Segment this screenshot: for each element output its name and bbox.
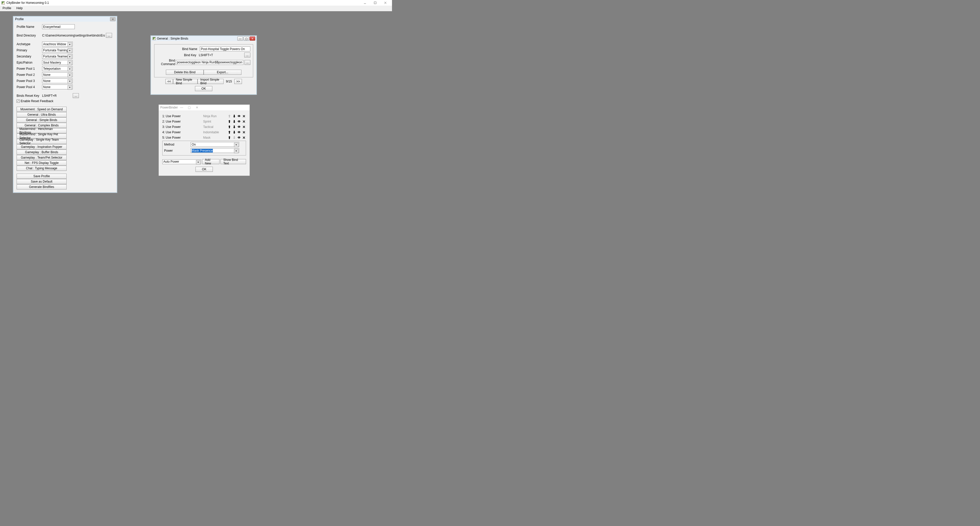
powerbinder-row-4[interactable]: 5: Use PowerMask⬆⬇👁✕ [162,135,246,140]
move-down-icon[interactable]: ⬇ [232,125,236,129]
profile-name-input[interactable] [42,24,75,29]
prev-bind-button[interactable]: << [165,79,173,84]
eye-icon[interactable]: 👁 [237,130,241,134]
profile-action-button-2[interactable]: Generate Bindfiles [17,184,67,190]
window-maximize-button[interactable] [370,0,380,6]
pool4-select[interactable]: None [42,84,73,89]
module-button-6[interactable]: Gameplay : Single Key Team Selector [17,139,67,144]
profile-action-button-0[interactable]: Save Profile [17,174,67,179]
enable-reset-checkbox[interactable]: ✓ Enable Reset Feedback [17,99,114,103]
power-select[interactable]: Mask Presence [191,148,239,153]
powerbinder-row-1[interactable]: 2: Use PowerSprint⬆⬇👁✕ [162,119,246,124]
module-button-10[interactable]: Net : FPS Display Toggle [17,160,67,166]
module-button-1[interactable]: General : Ultra Binds [17,112,67,117]
primary-select[interactable]: Fortunata Training [42,48,73,53]
checkbox-icon: ✓ [17,100,20,103]
profile-window: Profile ✕ Profile Name Bind Directory C:… [13,16,118,193]
pool2-label: Power Pool 2 [17,73,42,77]
bind-command-input[interactable] [176,60,243,65]
simple-binds-maximize-button[interactable]: ▢ [243,37,249,41]
bind-name-input[interactable] [200,46,250,51]
export-bind-button[interactable]: Export... [204,70,242,75]
simple-binds-minimize-button[interactable]: — [237,37,243,41]
pool3-label: Power Pool 3 [17,79,42,83]
module-button-9[interactable]: Gameplay : Team/Pet Selector [17,155,67,160]
profile-title: Profile [15,18,24,21]
move-up-icon: ⬆ [228,114,231,118]
powerbinder-ok-button[interactable]: OK [196,167,213,172]
new-simple-bind-button[interactable]: New Simple Bind [173,79,197,84]
move-up-icon[interactable]: ⬆ [228,135,231,140]
pool1-select[interactable]: Teleportation [42,66,73,71]
reset-key-browse-button[interactable]: ... [73,93,79,98]
simple-binds-close-button[interactable]: ✕ [250,37,255,41]
eye-icon[interactable]: 👁 [237,135,241,140]
powerbinder-titlebar[interactable]: PowerBinder — ▢ ✕ [159,105,250,110]
bind-key-value: LSHIFT+T [199,53,243,57]
powerbinder-row-label: 3: Use Power [162,125,203,129]
powerbinder-maximize-button[interactable]: ▢ [186,106,193,109]
secondary-select[interactable]: Fortunata Teamwork [42,54,73,59]
pool2-select[interactable]: None [42,72,73,77]
powerbinder-row-3[interactable]: 4: Use PowerIndomitable⬆⬇👁✕ [162,129,246,135]
import-simple-bind-button[interactable]: Import Simple Bind [197,79,224,84]
window-close-button[interactable] [380,0,390,6]
profile-name-label: Profile Name [17,25,42,29]
profile-action-button-1[interactable]: Save as Default [17,179,67,184]
delete-icon[interactable]: ✕ [242,125,246,129]
eye-icon[interactable]: 👁 [237,114,241,118]
show-bind-text-button[interactable]: Show Bind Text [221,159,246,164]
move-down-icon[interactable]: ⬇ [232,114,236,118]
move-down-icon[interactable]: ⬇ [232,120,236,124]
bind-command-label: Bind Command [157,59,175,66]
module-button-0[interactable]: Movement : Speed on Demand [17,107,67,112]
powerbinder-row-value: Tactical [203,125,228,129]
archetype-select[interactable]: Arachnos Widow [42,41,73,46]
bind-directory-browse-button[interactable]: ... [106,33,112,38]
app-title: CityBinder for Homecoming 0.1 [6,1,49,5]
bind-directory-value: C:\Games\Homecoming\settings\live\binds\… [42,34,105,37]
menu-profile[interactable]: Profile [0,6,14,11]
eye-icon[interactable]: 👁 [237,125,241,129]
powerbinder-row-value: Mask [203,136,228,139]
module-button-2[interactable]: General : Simple Binds [17,118,67,123]
main-titlebar: CityBinder for Homecoming 0.1 [0,0,392,6]
window-minimize-button[interactable] [360,0,370,6]
pool3-select[interactable]: None [42,78,73,83]
action-type-select[interactable]: Auto Power [162,159,201,164]
module-button-8[interactable]: Gameplay : Buffer Binds [17,150,67,155]
simple-binds-ok-button[interactable]: OK [195,86,212,91]
eye-icon[interactable]: 👁 [237,120,241,124]
epic-select[interactable]: Soul Mastery [42,60,73,65]
powerbinder-row-value: Sprint [203,120,228,123]
powerbinder-row-value: Indomitable [203,131,228,134]
module-button-7[interactable]: Gameplay : Inspiration Popper [17,144,67,149]
delete-icon[interactable]: ✕ [242,135,246,140]
delete-icon[interactable]: ✕ [242,120,246,124]
powerbinder-row-2[interactable]: 3: Use PowerTactical⬆⬇👁✕ [162,124,246,129]
move-up-icon[interactable]: ⬆ [228,130,231,134]
method-select[interactable]: On [191,142,239,147]
bind-key-browse-button[interactable]: ... [244,53,250,57]
move-up-icon[interactable]: ⬆ [228,125,231,129]
powerbinder-close-button[interactable]: ✕ [193,106,201,109]
powerbinder-minimize-button[interactable]: — [178,106,186,109]
add-new-button[interactable]: Add New [202,159,220,164]
pool1-label: Power Pool 1 [17,67,42,70]
delete-icon[interactable]: ✕ [242,130,246,134]
profile-close-button[interactable]: ✕ [110,17,116,21]
move-down-icon[interactable]: ⬇ [232,130,236,134]
delete-bind-button[interactable]: Delete this Bind [166,70,204,75]
epic-label: Epic/Patron [17,61,42,64]
module-button-11[interactable]: Chat : Typing Message [17,166,67,171]
next-bind-button[interactable]: >> [234,79,242,84]
menu-help[interactable]: Help [14,6,25,11]
move-up-icon[interactable]: ⬆ [228,120,231,124]
profile-titlebar[interactable]: Profile ✕ [14,17,117,22]
primary-label: Primary [17,48,42,52]
simple-binds-titlebar[interactable]: General : Simple Binds — ▢ ✕ [151,36,256,41]
delete-icon[interactable]: ✕ [242,114,246,118]
bind-command-powerbinder-button[interactable]: ... [245,60,250,65]
powerbinder-row-0[interactable]: 1: Use PowerNinja Run⬆⬇👁✕ [162,113,246,119]
power-label: Power [164,149,191,153]
